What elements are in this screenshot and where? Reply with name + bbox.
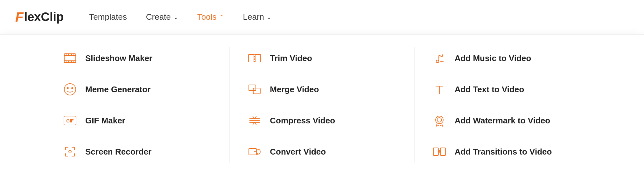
menu-item-convert[interactable]: Convert Video — [242, 141, 401, 163]
divider-2 — [414, 47, 415, 163]
menu-item-trim[interactable]: Trim Video — [242, 47, 401, 69]
svg-point-31 — [436, 116, 443, 124]
menu-item-add-watermark[interactable]: Add Watermark to Video — [427, 110, 586, 131]
screen-recorder-icon — [62, 143, 78, 160]
add-watermark-label: Add Watermark to Video — [455, 116, 550, 126]
convert-label: Convert Video — [270, 147, 326, 157]
menu-item-screen-recorder[interactable]: Screen Recorder — [58, 141, 217, 163]
merge-icon — [246, 81, 263, 98]
add-text-icon — [431, 81, 448, 98]
gif-icon: GIF — [62, 112, 78, 129]
menu-item-add-transitions[interactable]: Add Transitions to Video — [427, 141, 586, 163]
chevron-up-icon: ⌃ — [219, 14, 224, 21]
meme-icon — [62, 81, 78, 98]
add-transitions-label: Add Transitions to Video — [455, 147, 552, 157]
svg-text:GIF: GIF — [66, 118, 74, 123]
menu-item-meme[interactable]: Meme Generator — [58, 79, 217, 100]
nav-item-tools[interactable]: Tools ⌃ — [197, 12, 224, 22]
trim-label: Trim Video — [270, 53, 312, 63]
svg-rect-33 — [433, 148, 438, 156]
compress-label: Compress Video — [270, 116, 335, 126]
create-label: Create — [146, 12, 171, 22]
navbar: F lexClip Templates Create ⌄ Tools ⌃ Lea… — [0, 0, 644, 34]
dropdown-column-2: Trim Video Merge Video — [242, 47, 401, 163]
nav-item-templates[interactable]: Templates — [89, 12, 127, 22]
gif-label: GIF Maker — [85, 116, 125, 126]
nav-items: Templates Create ⌄ Tools ⌃ Learn ⌄ — [89, 12, 271, 22]
svg-rect-34 — [440, 148, 445, 156]
screen-recorder-label: Screen Recorder — [85, 147, 151, 157]
templates-label: Templates — [89, 12, 127, 22]
add-music-label: Add Music to Video — [455, 53, 531, 63]
nav-item-create[interactable]: Create ⌄ — [146, 12, 178, 22]
add-text-label: Add Text to Video — [455, 85, 524, 94]
tools-dropdown-panel: Slideshow Maker Meme Generator — [0, 34, 644, 173]
menu-item-merge[interactable]: Merge Video — [242, 79, 401, 100]
meme-label: Meme Generator — [85, 85, 150, 94]
menu-item-compress[interactable]: Compress Video — [242, 110, 401, 131]
divider-1 — [229, 47, 230, 163]
dropdown-columns: Slideshow Maker Meme Generator — [20, 47, 624, 163]
svg-rect-20 — [249, 85, 256, 91]
merge-label: Merge Video — [270, 85, 319, 94]
menu-item-add-music[interactable]: Add Music to Video — [427, 47, 586, 69]
dropdown-column-3: Add Music to Video Add Text to Video — [427, 47, 586, 163]
logo-f-icon: F — [15, 10, 24, 25]
slideshow-icon — [62, 50, 78, 66]
convert-icon — [246, 143, 263, 160]
learn-label: Learn — [243, 12, 264, 22]
menu-item-add-text[interactable]: Add Text to Video — [427, 79, 586, 100]
svg-point-16 — [69, 150, 71, 153]
trim-icon — [246, 50, 263, 66]
menu-item-slideshow[interactable]: Slideshow Maker — [58, 47, 217, 69]
nav-item-learn[interactable]: Learn ⌄ — [243, 12, 272, 22]
slideshow-label: Slideshow Maker — [85, 53, 152, 63]
compress-icon — [246, 112, 263, 129]
add-music-icon — [431, 50, 448, 66]
logo[interactable]: F lexClip — [15, 10, 64, 25]
tools-label: Tools — [197, 12, 217, 22]
svg-point-12 — [67, 87, 68, 89]
logo-text: lexClip — [24, 10, 64, 24]
svg-rect-18 — [255, 54, 261, 62]
svg-rect-21 — [253, 88, 260, 94]
dropdown-column-1: Slideshow Maker Meme Generator — [58, 47, 217, 163]
svg-point-32 — [437, 118, 442, 122]
svg-point-11 — [64, 84, 76, 95]
chevron-down-icon: ⌄ — [173, 14, 178, 21]
svg-rect-17 — [248, 54, 254, 62]
chevron-down-icon: ⌄ — [267, 14, 271, 21]
menu-item-gif[interactable]: GIF GIF Maker — [58, 110, 217, 131]
add-watermark-icon — [431, 112, 448, 129]
svg-point-13 — [72, 87, 73, 89]
add-transitions-icon — [431, 143, 448, 160]
